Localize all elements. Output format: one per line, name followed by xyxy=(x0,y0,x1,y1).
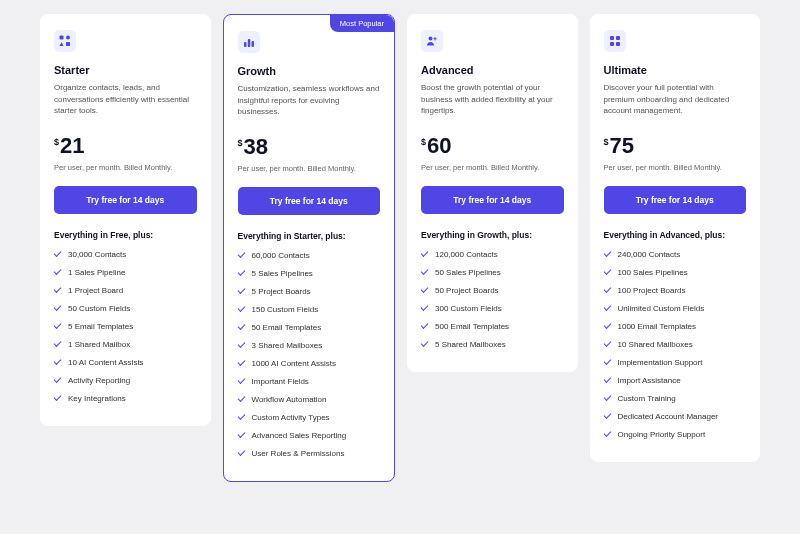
feature-item: 50 Email Templates xyxy=(238,323,381,332)
svg-rect-5 xyxy=(247,39,250,47)
features-heading: Everything in Starter, plus: xyxy=(238,231,381,241)
billing-note: Per user, per month. Billed Monthly. xyxy=(54,163,197,172)
feature-label: 1 Sales Pipeline xyxy=(68,268,125,277)
svg-rect-12 xyxy=(610,42,614,46)
check-icon xyxy=(604,431,612,437)
check-icon xyxy=(238,360,246,366)
feature-item: Implementation Support xyxy=(604,358,747,367)
check-icon xyxy=(238,324,246,330)
svg-marker-2 xyxy=(60,42,64,46)
feature-item: 100 Sales Pipelines xyxy=(604,268,747,277)
currency: $ xyxy=(54,137,59,147)
check-icon xyxy=(54,341,62,347)
check-icon xyxy=(238,396,246,402)
feature-label: 10 AI Content Assists xyxy=(68,358,144,367)
feature-label: Custom Training xyxy=(618,394,676,403)
bar-chart-icon xyxy=(238,31,260,53)
grid-icon xyxy=(604,30,626,52)
check-icon xyxy=(238,252,246,258)
features-heading: Everything in Advanced, plus: xyxy=(604,230,747,240)
check-icon xyxy=(238,288,246,294)
feature-item: 1 Shared Mailbox xyxy=(54,340,197,349)
check-icon xyxy=(238,432,246,438)
plan-card-advanced: Advanced Boost the growth potential of y… xyxy=(407,14,578,372)
feature-item: 100 Project Boards xyxy=(604,286,747,295)
feature-item: 120,000 Contacts xyxy=(421,250,564,259)
plan-card-starter: Starter Organize contacts, leads, and co… xyxy=(40,14,211,426)
feature-item: 500 Email Templates xyxy=(421,322,564,331)
svg-rect-13 xyxy=(616,42,620,46)
feature-item: 1 Project Board xyxy=(54,286,197,295)
feature-item: 1000 AI Content Assists xyxy=(238,359,381,368)
feature-label: Activity Reporting xyxy=(68,376,130,385)
feature-label: 100 Sales Pipelines xyxy=(618,268,688,277)
feature-label: 5 Shared Mailboxes xyxy=(435,340,506,349)
feature-item: 5 Shared Mailboxes xyxy=(421,340,564,349)
feature-item: 5 Project Boards xyxy=(238,287,381,296)
features-heading: Everything in Growth, plus: xyxy=(421,230,564,240)
feature-item: 60,000 Contacts xyxy=(238,251,381,260)
svg-point-1 xyxy=(66,36,70,40)
feature-item: 3 Shared Mailboxes xyxy=(238,341,381,350)
feature-label: 50 Sales Pipelines xyxy=(435,268,501,277)
feature-label: 1 Project Board xyxy=(68,286,123,295)
feature-item: 240,000 Contacts xyxy=(604,250,747,259)
price: $ 60 xyxy=(421,135,564,157)
price-amount: 75 xyxy=(610,135,634,157)
feature-label: Advanced Sales Reporting xyxy=(252,431,347,440)
feature-label: 1000 AI Content Assists xyxy=(252,359,337,368)
currency: $ xyxy=(238,138,243,148)
feature-label: Import Assistance xyxy=(618,376,681,385)
feature-label: Ongoing Priority Support xyxy=(618,430,706,439)
features-list: 240,000 Contacts100 Sales Pipelines100 P… xyxy=(604,250,747,439)
plan-description: Customization, seamless workflows and in… xyxy=(238,83,381,118)
try-free-button[interactable]: Try free for 14 days xyxy=(421,186,564,214)
check-icon xyxy=(238,450,246,456)
feature-label: Key Integrations xyxy=(68,394,126,403)
feature-label: Custom Activity Types xyxy=(252,413,330,422)
check-icon xyxy=(238,306,246,312)
feature-label: Important Fields xyxy=(252,377,309,386)
svg-rect-3 xyxy=(66,42,70,46)
check-icon xyxy=(54,269,62,275)
check-icon xyxy=(421,305,429,311)
feature-item: 50 Project Boards xyxy=(421,286,564,295)
plan-name: Starter xyxy=(54,64,197,76)
try-free-button[interactable]: Try free for 14 days xyxy=(54,186,197,214)
check-icon xyxy=(604,251,612,257)
check-icon xyxy=(604,413,612,419)
feature-item: 10 Shared Mailboxes xyxy=(604,340,747,349)
feature-label: 5 Email Templates xyxy=(68,322,133,331)
check-icon xyxy=(421,251,429,257)
check-icon xyxy=(604,287,612,293)
features-heading: Everything in Free, plus: xyxy=(54,230,197,240)
svg-rect-11 xyxy=(616,36,620,40)
feature-label: 150 Custom Fields xyxy=(252,305,319,314)
feature-label: 5 Sales Pipelines xyxy=(252,269,313,278)
feature-label: 300 Custom Fields xyxy=(435,304,502,313)
svg-rect-6 xyxy=(251,41,254,47)
feature-label: 100 Project Boards xyxy=(618,286,686,295)
feature-label: Implementation Support xyxy=(618,358,703,367)
features-list: 30,000 Contacts1 Sales Pipeline1 Project… xyxy=(54,250,197,403)
feature-label: 240,000 Contacts xyxy=(618,250,681,259)
feature-label: 60,000 Contacts xyxy=(252,251,310,260)
check-icon xyxy=(238,414,246,420)
shapes-icon xyxy=(54,30,76,52)
try-free-button[interactable]: Try free for 14 days xyxy=(238,187,381,215)
feature-item: 1000 Email Templates xyxy=(604,322,747,331)
feature-item: Important Fields xyxy=(238,377,381,386)
feature-label: 500 Email Templates xyxy=(435,322,509,331)
feature-item: Workflow Automation xyxy=(238,395,381,404)
feature-label: 10 Shared Mailboxes xyxy=(618,340,693,349)
check-icon xyxy=(54,323,62,329)
feature-label: 3 Shared Mailboxes xyxy=(252,341,323,350)
try-free-button[interactable]: Try free for 14 days xyxy=(604,186,747,214)
plan-description: Boost the growth potential of your busin… xyxy=(421,82,564,117)
feature-item: 5 Email Templates xyxy=(54,322,197,331)
price: $ 75 xyxy=(604,135,747,157)
features-list: 60,000 Contacts5 Sales Pipelines5 Projec… xyxy=(238,251,381,458)
plan-name: Advanced xyxy=(421,64,564,76)
plan-description: Discover your full potential with premiu… xyxy=(604,82,747,117)
price-amount: 38 xyxy=(244,136,268,158)
